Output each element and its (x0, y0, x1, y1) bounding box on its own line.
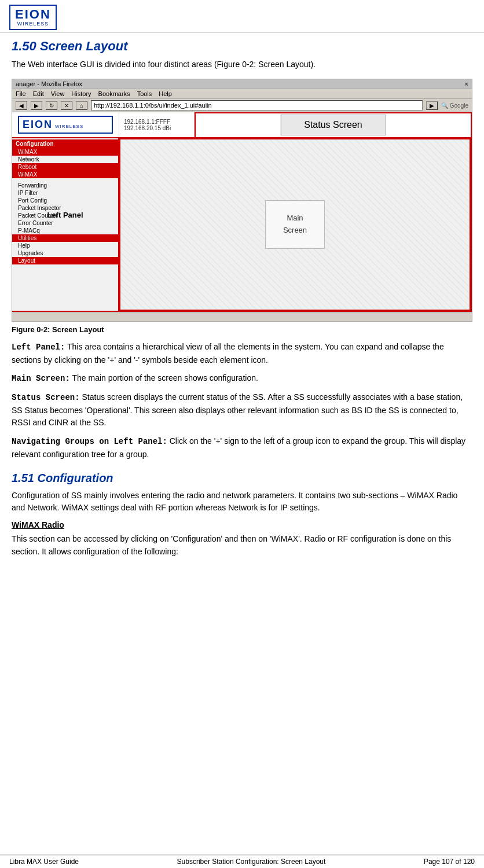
menu-item-forwarding[interactable]: Forwarding (12, 182, 118, 189)
logo-eion: EION (15, 7, 51, 21)
webapp-info-area: 192.168.1.1:FFFF 192.168.20.15 dBi (119, 112, 195, 137)
webapp-header: EION WIRELESS 192.168.1.1:FFFF 192.168.2… (12, 112, 472, 138)
logo-container: EION WIRELESS (9, 5, 475, 30)
footer-center: Subscriber Station Configuration: Screen… (177, 858, 326, 866)
wimax-radio-heading: WiMAX Radio (12, 520, 472, 529)
browser-title: anager - Mozilla Firefox (16, 80, 82, 87)
menu-edit[interactable]: Edit (33, 90, 44, 97)
close-icon[interactable]: × (465, 80, 468, 87)
footer-left: Libra MAX User Guide (9, 858, 79, 866)
left-panel-menu: Configuration WiMAX Network Reboot WiMAX… (12, 138, 118, 266)
main-screen-box: Main Screen (265, 200, 325, 249)
menu-tools[interactable]: Tools (137, 90, 152, 97)
menu-help[interactable]: Help (159, 90, 172, 97)
main-screen-label2: Screen (283, 225, 307, 237)
menu-config-header[interactable]: Configuration (12, 139, 118, 148)
left-panel: Configuration WiMAX Network Reboot WiMAX… (12, 138, 119, 312)
info-line2: 192.168.20.15 dBi (124, 125, 189, 131)
left-panel-desc: Left Panel: This area contains a hierarc… (12, 341, 472, 366)
nav-groups-term: Navigating Groups on Left Panel: (12, 437, 167, 446)
back-button[interactable]: ◀ (16, 101, 27, 110)
webapp-logo-box: EION WIRELESS (18, 116, 113, 134)
browser-status-bar (12, 312, 472, 321)
main-content: 1.50 Screen Layout The Web interface GUI… (0, 33, 484, 569)
browser-screenshot: anager - Mozilla Firefox × File Edit Vie… (12, 79, 472, 322)
left-panel-text: This area contains a hierarchical view o… (12, 342, 444, 365)
logo-box: EION WIRELESS (9, 5, 57, 30)
section-150-title: 1.50 Screen Layout (12, 39, 472, 54)
section-150-intro: The Web interface GUI is divided into fo… (12, 58, 472, 71)
menu-item-layout[interactable]: Layout (12, 257, 118, 264)
menu-item-portconf[interactable]: Port Config (12, 197, 118, 204)
webapp-logo-eion: EION (23, 119, 53, 130)
main-screen-term: Main Screen: (12, 374, 70, 383)
browser-titlebar: anager - Mozilla Firefox × (12, 79, 472, 89)
main-screen-text: The main portion of the screen shows con… (72, 373, 258, 382)
main-screen-desc: Main Screen: The main portion of the scr… (12, 372, 472, 385)
go-button[interactable]: ▶ (426, 101, 438, 110)
menu-item-wimax[interactable]: WiMAX (12, 148, 118, 156)
browser-addressbar: ◀ ▶ ↻ ✕ ⌂ ▶ 🔍 Google (12, 99, 472, 112)
webapp-frame: EION WIRELESS 192.168.1.1:FFFF 192.168.2… (12, 112, 472, 321)
menu-view[interactable]: View (51, 90, 65, 97)
section-151-intro: Configuration of SS mainly involves ente… (12, 490, 472, 514)
section-151-title: 1.51 Configuration (12, 472, 472, 485)
logo-wireless: WIRELESS (15, 21, 51, 27)
menu-item-help[interactable]: Help (12, 242, 118, 249)
menu-item-wimax2[interactable]: WiMAX (12, 171, 118, 178)
menu-item-ipfilter[interactable]: IP Filter (12, 189, 118, 197)
left-panel-label: Left Panel (47, 211, 83, 219)
menu-item-reboot[interactable]: Reboot (12, 163, 118, 171)
page-footer: Libra MAX User Guide Subscriber Station … (0, 855, 484, 868)
webapp-body: Configuration WiMAX Network Reboot WiMAX… (12, 138, 472, 312)
home-button[interactable]: ⌂ (76, 101, 87, 110)
webapp-logo-area: EION WIRELESS (12, 112, 119, 137)
menu-item-network[interactable]: Network (12, 156, 118, 163)
menu-item-upgrades[interactable]: Upgrades (12, 249, 118, 257)
menu-item-pmacq[interactable]: P-MACq (12, 227, 118, 234)
menu-file[interactable]: File (16, 90, 26, 97)
status-screen-desc: Status Screen: Status screen displays th… (12, 391, 472, 429)
forward-button[interactable]: ▶ (31, 101, 42, 110)
menu-item-utilities[interactable]: Utilities (12, 234, 118, 242)
menu-history[interactable]: History (71, 90, 91, 97)
footer-right: Page 107 of 120 (424, 858, 475, 866)
search-label: 🔍 Google (441, 102, 468, 109)
refresh-button[interactable]: ↻ (46, 101, 57, 110)
status-screen-term: Status Screen: (12, 393, 80, 402)
nav-groups-desc: Navigating Groups on Left Panel: Click o… (12, 435, 472, 461)
address-input[interactable] (91, 100, 423, 111)
webapp-logo-wireless: WIRELESS (55, 124, 83, 129)
main-screen-label1: Main (283, 212, 307, 225)
info-line1: 192.168.1.1:FFFF (124, 119, 189, 125)
webapp-status-screen-area: Status Screen (195, 112, 472, 137)
wimax-radio-text: This section can be accessed by clicking… (12, 533, 472, 558)
status-screen-label: Status Screen (280, 115, 386, 135)
menu-bookmarks[interactable]: Bookmarks (98, 90, 130, 97)
menu-item-errorcounter[interactable]: Error Counter (12, 219, 118, 227)
main-area: Main Screen (119, 138, 472, 312)
page-header: EION WIRELESS (0, 0, 484, 33)
figure-caption: Figure 0-2: Screen Layout (12, 325, 472, 334)
left-panel-term: Left Panel: (12, 343, 65, 352)
stop-button[interactable]: ✕ (61, 101, 72, 110)
browser-menubar: File Edit View History Bookmarks Tools H… (12, 89, 472, 99)
